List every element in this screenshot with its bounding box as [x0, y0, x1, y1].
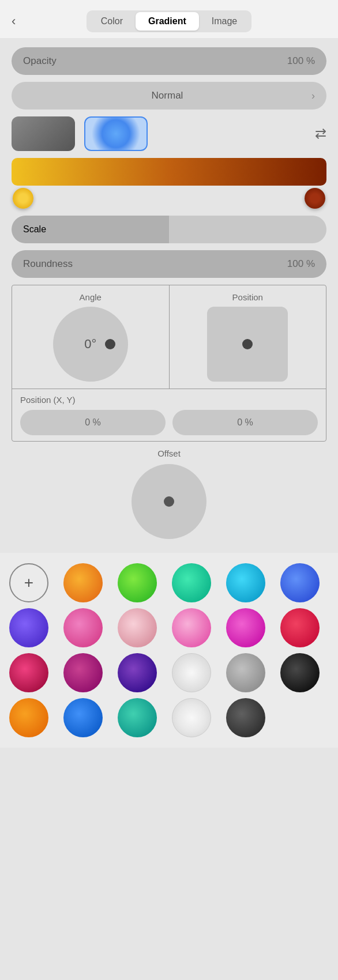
swap-icon[interactable]: ⇄ — [315, 126, 326, 142]
opacity-slider[interactable]: Opacity 100 % — [12, 47, 326, 75]
offset-label: Offset — [157, 448, 181, 458]
gradient-bar-container — [12, 158, 326, 209]
presets-grid: + — [9, 563, 329, 737]
angle-position-top: Angle 0° Position — [12, 285, 326, 389]
tab-group: Color Gradient Image — [87, 10, 252, 32]
add-preset-button[interactable]: + — [9, 563, 48, 602]
swatch-blue[interactable] — [84, 116, 148, 151]
posxy-inputs: 0 % 0 % — [20, 410, 318, 435]
scale-slider[interactable]: Scale 50 % — [12, 216, 326, 243]
presets-section: + — [0, 553, 338, 748]
blend-mode-chevron: › — [311, 90, 315, 102]
position-section: Position — [169, 285, 326, 389]
preset-p10[interactable] — [226, 608, 265, 647]
header: ‹ Color Gradient Image — [0, 0, 338, 38]
gradient-stops — [12, 186, 326, 209]
roundness-value: 100 % — [287, 258, 315, 270]
offset-dial[interactable] — [132, 464, 206, 539]
position-y-input[interactable]: 0 % — [172, 410, 318, 435]
preset-p17[interactable] — [280, 653, 320, 692]
opacity-label: Opacity — [23, 55, 57, 67]
roundness-slider[interactable]: Roundness 100 % — [12, 250, 326, 278]
position-x-input[interactable]: 0 % — [20, 410, 166, 435]
gradient-stop-right[interactable] — [305, 188, 325, 209]
preset-p21[interactable] — [172, 698, 211, 737]
gradient-stop-left[interactable] — [13, 188, 33, 209]
blend-mode-label: Normal — [152, 90, 183, 101]
preset-p2[interactable] — [118, 563, 157, 602]
posxy-label: Position (X, Y) — [20, 395, 76, 405]
preset-p19[interactable] — [63, 698, 103, 737]
roundness-label: Roundness — [23, 258, 73, 270]
preset-p11[interactable] — [280, 608, 320, 647]
preset-p14[interactable] — [118, 653, 157, 692]
angle-section: Angle 0° — [12, 285, 169, 389]
preset-p3[interactable] — [172, 563, 211, 602]
preset-p22[interactable] — [226, 698, 265, 737]
preset-p7[interactable] — [63, 608, 103, 647]
preset-p20[interactable] — [118, 698, 157, 737]
tab-image[interactable]: Image — [199, 12, 250, 31]
preset-p16[interactable] — [226, 653, 265, 692]
preset-p12[interactable] — [9, 653, 48, 692]
preset-p13[interactable] — [63, 653, 103, 692]
color-swatches-row: ⇄ — [12, 116, 326, 151]
preset-p8[interactable] — [118, 608, 157, 647]
angle-position-group: Angle 0° Position Position (X, Y) 0 % 0 … — [12, 285, 326, 442]
tab-gradient[interactable]: Gradient — [136, 12, 199, 31]
preset-p5[interactable] — [280, 563, 320, 602]
blend-mode-row[interactable]: Normal › — [12, 82, 326, 110]
main-content: Opacity 100 % Normal › ⇄ Scale 50 % Roun… — [0, 38, 338, 548]
position-pad[interactable] — [207, 307, 288, 382]
angle-label: Angle — [80, 292, 102, 302]
back-button[interactable]: ‹ — [12, 15, 16, 28]
tab-color[interactable]: Color — [88, 12, 136, 31]
scale-label: Scale — [23, 224, 46, 235]
preset-p9[interactable] — [172, 608, 211, 647]
swatch-dark[interactable] — [12, 116, 75, 151]
preset-p18[interactable] — [9, 698, 48, 737]
preset-p4[interactable] — [226, 563, 265, 602]
position-label: Position — [232, 292, 263, 302]
preset-p6[interactable] — [9, 608, 48, 647]
offset-dot — [164, 496, 174, 507]
position-xy-section: Position (X, Y) 0 % 0 % — [12, 389, 326, 441]
angle-value: 0° — [84, 337, 96, 352]
opacity-value: 100 % — [287, 55, 315, 67]
gradient-bar[interactable] — [12, 158, 326, 186]
preset-p1[interactable] — [63, 563, 103, 602]
offset-section: Offset — [12, 448, 326, 539]
position-dot — [242, 339, 253, 349]
angle-dot — [105, 339, 115, 349]
angle-dial[interactable]: 0° — [53, 307, 128, 382]
preset-p15[interactable] — [172, 653, 211, 692]
